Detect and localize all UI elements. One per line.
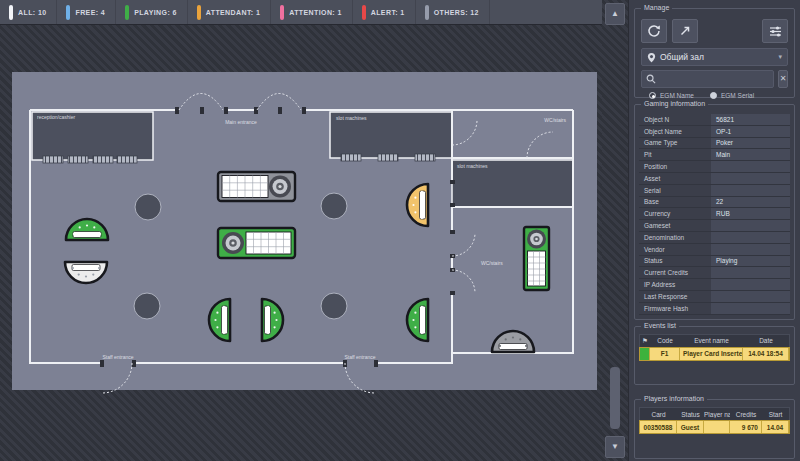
sidebar: Manage <box>628 0 800 461</box>
radio-egm-serial[interactable]: EGM Serial <box>710 92 754 99</box>
info-value <box>711 220 790 231</box>
players-header-name: Player name <box>704 411 730 418</box>
manage-title: Manage <box>641 4 672 11</box>
info-label: Object Name <box>639 128 711 135</box>
event-row[interactable]: F1 Player Card Inserted 14.04 18:54 <box>639 347 790 361</box>
info-value: Poker <box>711 138 790 149</box>
search-input[interactable] <box>659 75 769 84</box>
info-label: Serial <box>639 187 711 194</box>
scroll-up-icon: ▲ <box>611 9 619 18</box>
player-row[interactable]: 00350588 Guest 9 670 14.04 <box>639 420 790 434</box>
refresh-button[interactable] <box>641 19 667 43</box>
events-header-code: Code <box>650 337 680 344</box>
status-filter[interactable]: ATTENTION: 1 <box>271 0 353 24</box>
staff-door-left-label: Staff entrance <box>102 354 133 360</box>
info-value: OP-1 <box>711 126 790 137</box>
table-roulette-free[interactable] <box>218 172 295 201</box>
players-header-start: Start <box>762 411 789 418</box>
hall-select-dropdown[interactable]: Общий зал ▾ <box>641 48 788 66</box>
status-filter[interactable]: ALL: 10 <box>0 0 57 24</box>
info-row: Object Name OP-1 <box>639 126 790 138</box>
expand-icon <box>678 24 692 38</box>
info-label: IP Address <box>639 281 711 288</box>
info-label: Pit <box>639 151 711 158</box>
info-value: 22 <box>711 197 790 208</box>
info-row: Game Type Poker <box>639 138 790 150</box>
staff-door-right-label: Staff entrance <box>344 354 375 360</box>
events-header: ⚑ Code Event name Date <box>639 334 790 347</box>
info-label: Game Type <box>639 139 711 146</box>
info-row: Gameset <box>639 220 790 232</box>
expand-button[interactable] <box>672 19 698 43</box>
status-label: OTHERS: 12 <box>434 9 479 16</box>
info-row: IP Address <box>639 279 790 291</box>
info-row: Last Response <box>639 291 790 303</box>
info-value <box>711 161 790 172</box>
room-mid-right-label: slot machines <box>457 163 488 169</box>
gaming-info-title: Gaming information <box>641 100 708 107</box>
info-row: Base 22 <box>639 197 790 209</box>
info-label: Vendor <box>639 246 711 253</box>
scroll-down-button[interactable]: ▼ <box>605 436 625 458</box>
info-row: Asset <box>639 173 790 185</box>
info-row: Position <box>639 161 790 173</box>
info-label: Position <box>639 163 711 170</box>
info-value <box>711 232 790 243</box>
players-title: Players information <box>641 395 707 402</box>
status-label: PLAYING: 6 <box>134 9 177 16</box>
main-area: ALL: 10 FREE: 4 PLAYING: 6 ATTENDANT: 1 <box>0 0 602 461</box>
status-label: ATTENTION: 1 <box>289 9 342 16</box>
info-label: Gameset <box>639 222 711 229</box>
manage-panel: Manage <box>634 8 795 98</box>
search-icon <box>646 74 656 84</box>
refresh-icon <box>647 24 661 38</box>
info-value <box>711 303 790 314</box>
info-row: Current Credits <box>639 267 790 279</box>
app-root: ALL: 10 FREE: 4 PLAYING: 6 ATTENDANT: 1 <box>0 0 800 461</box>
location-pin-icon <box>647 52 656 63</box>
status-filter[interactable]: FREE: 4 <box>57 0 116 24</box>
info-value <box>711 291 790 302</box>
players-header-credits: Credits <box>730 411 762 418</box>
player-credits: 9 670 <box>730 421 762 433</box>
flag-icon: ⚑ <box>640 337 650 345</box>
status-color-chip <box>9 5 13 20</box>
scroll-up-button[interactable]: ▲ <box>605 3 625 25</box>
gaming-info-panel: Gaming information Object N 56821 Object… <box>634 104 795 320</box>
players-header-status: Status <box>677 411 704 418</box>
info-label: Current Credits <box>639 269 711 276</box>
info-value <box>711 267 790 278</box>
info-value <box>711 279 790 290</box>
radio-egm-name[interactable]: EGM Name <box>649 92 694 99</box>
info-value <box>711 173 790 184</box>
event-code: F1 <box>650 348 680 360</box>
status-filter[interactable]: OTHERS: 12 <box>416 0 490 24</box>
floor-map: reception/cashier Main entrance slot mac… <box>0 25 602 461</box>
radio-selected-icon <box>649 92 656 99</box>
status-bar: ALL: 10 FREE: 4 PLAYING: 6 ATTENDANT: 1 <box>0 0 602 25</box>
room-top-right-label: slot machines <box>336 115 367 121</box>
status-filter[interactable]: PLAYING: 6 <box>116 0 188 24</box>
events-header-name: Event name <box>680 337 743 344</box>
status-color-chip <box>125 5 129 20</box>
info-label: Currency <box>639 210 711 217</box>
scroll-thumb[interactable] <box>610 367 620 429</box>
status-filter[interactable]: ATTENDANT: 1 <box>188 0 271 24</box>
scroll-track[interactable] <box>605 28 625 433</box>
player-card: 00350588 <box>640 421 677 433</box>
info-value: 56821 <box>711 114 790 125</box>
info-value: Main <box>711 149 790 160</box>
filter-settings-button[interactable] <box>762 19 788 43</box>
table-roulette-playing[interactable] <box>524 227 549 290</box>
info-label: Base <box>639 198 711 205</box>
clear-search-button[interactable]: ✕ <box>778 70 788 88</box>
info-label: Object N <box>639 116 711 123</box>
info-value: RUB <box>711 208 790 219</box>
info-label: Last Response <box>639 293 711 300</box>
events-title: Events list <box>641 322 679 329</box>
sliders-icon <box>768 24 783 38</box>
event-status-chip <box>640 348 650 360</box>
status-filter[interactable]: ALERT: 1 <box>353 0 416 24</box>
table-roulette-playing[interactable] <box>218 228 295 258</box>
main-entrance-label: Main entrance <box>225 119 257 125</box>
